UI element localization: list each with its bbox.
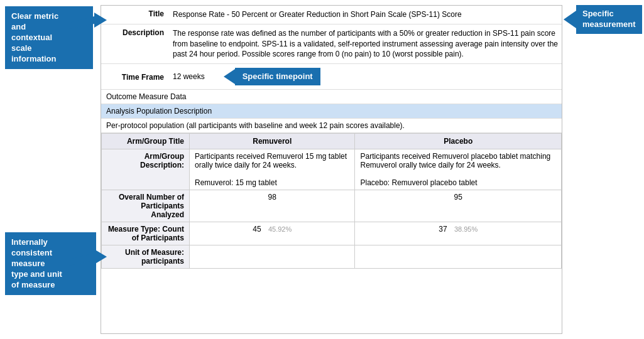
description-row: Description The response rate was define… bbox=[101, 24, 562, 64]
description-label: Description bbox=[101, 27, 170, 37]
content-box: Title Response Rate - 50 Percent or Grea… bbox=[101, 5, 562, 334]
row3-val2: 37 38.95% bbox=[355, 222, 562, 245]
right-annotation-area: Specificmeasurement bbox=[564, 5, 639, 35]
row2-val2: 95 bbox=[355, 190, 562, 222]
row4-val2 bbox=[355, 245, 562, 269]
row1-label: Arm/Group Description: bbox=[102, 149, 190, 190]
col-label-header: Arm/Group Title bbox=[102, 134, 190, 149]
title-row: Title Response Rate - 50 Percent or Grea… bbox=[101, 6, 562, 24]
left-annotations: Clear metricandcontextualscaleinformatio… bbox=[0, 0, 101, 339]
col3-header: Placebo bbox=[355, 134, 562, 149]
top-annotation-box: Clear metricandcontextualscaleinformatio… bbox=[5, 6, 93, 69]
table-row: Measure Type: Count of Participants 45 4… bbox=[102, 222, 562, 245]
bottom-annotation-text: Internallyconsistentmeasuretype and unit… bbox=[11, 237, 62, 289]
timepoint-box: Specific timepoint bbox=[235, 68, 320, 85]
table-header-row: Arm/Group Title Remuverol Placebo bbox=[102, 134, 562, 149]
row2-val1: 98 bbox=[190, 190, 355, 222]
right-annotation-box: Specificmeasurement bbox=[576, 5, 642, 34]
table-row: Overall Number of Participants Analyzed … bbox=[102, 190, 562, 222]
data-table: Arm/Group Title Remuverol Placebo Arm/Gr… bbox=[101, 133, 562, 269]
analysis-pop-value: Per-protocol population (all participant… bbox=[101, 119, 562, 133]
table-row: Arm/Group Description: Participants rece… bbox=[102, 149, 562, 190]
timeframe-value: 12 weeks bbox=[173, 72, 205, 82]
row1-val2: Participants received Remuverol placebo … bbox=[355, 149, 562, 190]
row4-val1 bbox=[190, 245, 355, 269]
row3-pct2: 38.95% bbox=[454, 225, 478, 233]
title-label: Title bbox=[101, 8, 170, 18]
row3-label: Measure Type: Count of Participants bbox=[102, 222, 190, 245]
row2-label: Overall Number of Participants Analyzed bbox=[102, 190, 190, 222]
main-container: Clear metricandcontextualscaleinformatio… bbox=[0, 0, 644, 339]
timeframe-label: Time Frame bbox=[101, 72, 170, 82]
timepoint-arrow-left-icon bbox=[224, 69, 235, 84]
table-row: Unit of Measure: participants bbox=[102, 245, 562, 269]
right-arrow-row: Specificmeasurement bbox=[564, 5, 639, 34]
row4-label: Unit of Measure: participants bbox=[102, 245, 190, 269]
title-value: Response Rate - 50 Percent or Greater Re… bbox=[170, 8, 562, 21]
timepoint-annotation: Specific timepoint bbox=[224, 68, 320, 85]
analysis-pop-header: Analysis Population Description bbox=[101, 104, 562, 119]
bottom-annotation-box: Internallyconsistentmeasuretype and unit… bbox=[5, 232, 96, 295]
row1-val1: Participants received Remuverol 15 mg ta… bbox=[190, 149, 355, 190]
timeframe-value-area: 12 weeks Specific timepoint bbox=[170, 67, 562, 87]
timeframe-row: Time Frame 12 weeks Specific timepoint bbox=[101, 64, 562, 90]
description-value: The response rate was defined as the num… bbox=[170, 27, 562, 61]
right-arrow-icon bbox=[564, 11, 576, 28]
row3-pct1: 45.92% bbox=[268, 225, 292, 233]
col2-header: Remuverol bbox=[190, 134, 355, 149]
top-annotation-text: Clear metricandcontextualscaleinformatio… bbox=[11, 11, 58, 63]
outcome-data-header: Outcome Measure Data bbox=[101, 90, 562, 104]
row3-val1: 45 45.92% bbox=[190, 222, 355, 245]
